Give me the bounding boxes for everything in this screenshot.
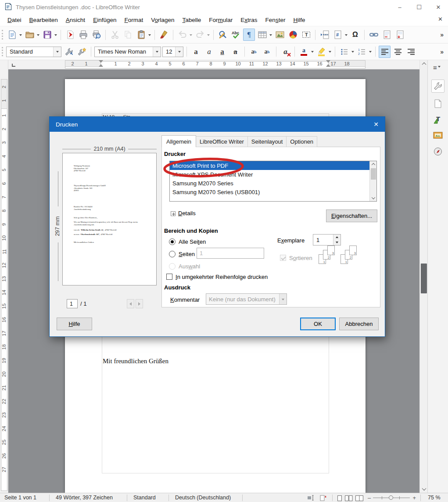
insert-chart-icon[interactable] [287,29,299,41]
clone-formatting-icon[interactable] [158,29,170,41]
view-multi-page-icon[interactable] [345,495,353,502]
dialog-tab[interactable]: Seitenlayout [248,136,287,147]
view-single-page-icon[interactable] [337,495,342,502]
print-preview-icon[interactable] [90,29,102,41]
insert-table-icon[interactable] [256,29,268,41]
track-changes-icon[interactable] [319,495,326,502]
status-zoom-value[interactable]: 75 % [428,495,441,501]
scroll-down-icon[interactable] [420,485,428,493]
formatting-marks-icon[interactable]: ¶ [243,29,255,41]
scroll-up-icon[interactable] [370,161,377,167]
insert-mode-icon[interactable] [307,495,314,502]
properties-button[interactable]: Eigenschaften... [326,209,377,222]
toolbar-overflow-icon[interactable]: » [440,48,444,55]
sidebar-gallery-icon[interactable] [431,129,444,142]
close-button[interactable]: ✕ [429,0,448,14]
help-button[interactable]: Hilfe [57,318,92,330]
insert-image-icon[interactable] [274,29,286,41]
cancel-button[interactable]: Abbrechen [339,318,379,330]
combo-arrow-icon[interactable] [153,47,161,57]
stepper-up-icon[interactable] [333,235,340,240]
pages-input[interactable]: 1 [197,248,264,259]
save-icon[interactable] [41,29,53,41]
menu-item[interactable]: Vorlagen [147,17,178,23]
printer-list-scrollbar[interactable] [369,161,376,201]
spelling-icon[interactable]: Abc [230,29,242,41]
combo-arrow-icon[interactable] [53,47,61,57]
view-book-icon[interactable] [355,495,363,502]
all-pages-label[interactable]: Alle Seiten [179,238,206,245]
scroll-down-icon[interactable] [370,195,377,201]
numbered-list-dropdown[interactable] [368,46,372,58]
reverse-order-checkbox[interactable] [166,274,172,280]
insert-table-dropdown[interactable] [269,29,272,41]
menu-item[interactable]: Einfügen [89,17,120,23]
dialog-tab[interactable]: Optionen [287,136,317,147]
combo-arrow-icon[interactable] [175,47,183,57]
vertical-scrollbar[interactable] [419,60,427,493]
scroll-up-icon[interactable] [420,60,428,68]
menu-item[interactable]: Formular [205,17,237,23]
menu-item[interactable]: Ansicht [62,17,89,23]
open-icon[interactable] [24,29,36,41]
align-left-icon[interactable] [379,46,391,58]
menu-item[interactable]: Hilfe [289,17,309,23]
special-character-icon[interactable]: Ω [349,29,361,41]
insert-field-icon[interactable]: # [332,29,344,41]
superscript-icon[interactable]: ab [248,46,260,58]
font-name-combobox[interactable]: Times New Roman [94,47,161,57]
open-dropdown[interactable] [36,29,40,41]
bullet-list-icon[interactable] [338,46,350,58]
menu-item[interactable]: Bearbeiten [25,17,62,23]
minimize-button[interactable]: – [390,0,409,14]
menu-item[interactable]: Fenster [262,17,290,23]
bullet-list-dropdown[interactable] [351,46,355,58]
strikethrough-icon[interactable]: a [229,46,241,58]
preview-page-input[interactable]: 1 [67,299,78,308]
scrollbar-thumb[interactable] [421,264,427,293]
left-margin-marker[interactable] [99,60,103,67]
toolbar-overflow-icon[interactable]: » [440,31,444,38]
copies-stepper[interactable]: 1 [313,234,341,246]
preview-next-page-button[interactable] [136,299,143,308]
paste-icon[interactable] [135,29,147,41]
hyperlink-icon[interactable] [368,29,380,41]
horizontal-ruler[interactable]: 21 123456789101112131415161718 [0,60,419,69]
page-break-icon[interactable] [319,29,330,41]
pages-label[interactable]: Seiten [179,251,195,257]
menu-item[interactable]: Tabelle [179,17,205,23]
dialog-titlebar[interactable]: Drucken ✕ [50,117,385,132]
printer-list-item[interactable]: Microsoft Print to PDF [170,161,370,170]
numbered-list-icon[interactable]: 12 [356,46,368,58]
tab-stop-selector-icon[interactable] [12,64,15,67]
align-center-icon[interactable] [392,46,404,58]
pages-radio[interactable] [169,251,176,257]
save-dropdown[interactable] [54,29,57,41]
sidebar-styles-icon[interactable]: T [431,113,444,126]
sidebar-page-icon[interactable] [431,97,444,110]
export-pdf-icon[interactable] [64,29,76,41]
align-right-icon[interactable] [405,46,417,58]
font-size-combobox[interactable]: 12 [162,47,183,57]
menu-item[interactable]: Format [120,17,147,23]
vertical-ruler[interactable]: 21 1234567891011121314151617181920212223… [0,60,8,493]
new-document-dropdown[interactable] [18,29,22,41]
all-pages-radio[interactable] [169,238,176,245]
insert-endnote-icon[interactable] [394,29,406,41]
sidebar-properties-icon[interactable] [431,79,444,93]
document-close-icon[interactable]: ✕ [438,16,443,22]
print-icon[interactable] [77,29,89,41]
highlight-color-icon[interactable] [315,46,327,58]
right-margin-marker[interactable] [326,60,330,67]
dialog-tab[interactable]: Allgemein [161,135,196,147]
printer-list-item[interactable]: Samsung M2070 Series (USB001) [170,188,370,196]
menu-item[interactable]: Datei [4,17,25,23]
paste-dropdown[interactable] [147,29,151,41]
new-document-icon[interactable] [6,29,18,41]
sidebar-navigator-icon[interactable] [431,145,444,158]
underline-icon[interactable]: a [216,46,228,58]
menu-item[interactable]: Extras [237,17,261,23]
italic-icon[interactable]: a [203,46,215,58]
subscript-icon[interactable]: ab [261,46,273,58]
details-label[interactable]: Details [178,210,196,217]
